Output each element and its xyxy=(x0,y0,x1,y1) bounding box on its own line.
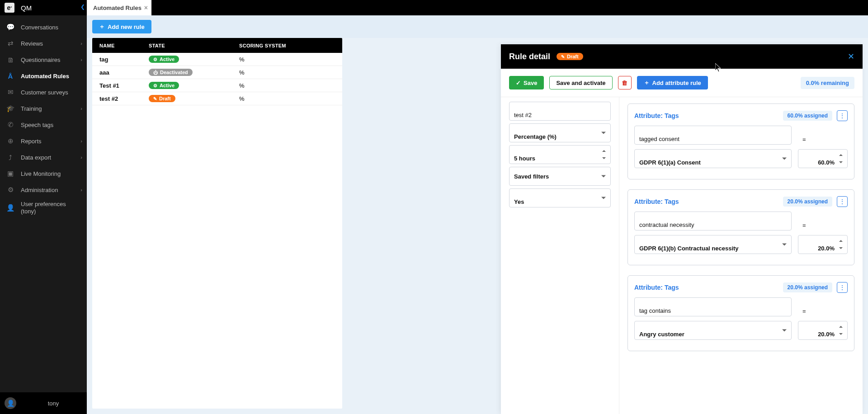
detail-actions: ✓ Save Save and activate 🗑 ＋ Add attribu… xyxy=(501,69,863,97)
nav-label: Speech tags xyxy=(21,122,53,128)
sidebar-header: e° QM ❮ xyxy=(0,0,87,15)
attr-tag-select[interactable]: Angry customer xyxy=(634,321,792,340)
status-badge: ✎Draft xyxy=(557,53,583,60)
attr-score-input[interactable]: 60.0% xyxy=(798,149,848,168)
detail-body: Rule name test #2 Scoring system Percent… xyxy=(501,97,863,414)
card-menu-button[interactable]: ⋮ xyxy=(837,196,848,207)
nav-label: Automated Rules xyxy=(21,73,69,80)
plus-icon: ＋ xyxy=(644,79,650,87)
card-menu-button[interactable]: ⋮ xyxy=(837,110,848,121)
attr-score-input[interactable]: 20.0% xyxy=(798,321,848,340)
state-badge: ⚙Active xyxy=(149,82,179,89)
nav-reviews[interactable]: ⇄ Reviews › xyxy=(0,35,87,52)
save-activate-button[interactable]: Save and activate xyxy=(549,76,612,89)
table-row[interactable]: Test #1 ⚙Active % xyxy=(92,79,342,92)
attribute-card: Attribute: Tags 20.0% assigned ⋮ Name ta… xyxy=(627,275,854,351)
detail-title: Rule detail xyxy=(509,52,550,61)
sidebar: e° QM ❮ 💬 Conversations ⇄ Reviews › 🗎 Qu… xyxy=(0,0,87,414)
attr-score-input[interactable]: 20.0% xyxy=(798,235,848,254)
attr-name-input[interactable]: tagged consent xyxy=(634,126,792,145)
attr-operator-input[interactable]: = xyxy=(798,297,848,316)
rules-icon: Å xyxy=(6,72,14,80)
nav-user-preferences[interactable]: 👤 User preferences (tony) xyxy=(0,198,87,218)
nav-customer-surveys[interactable]: ✉ Customer surveys xyxy=(0,84,87,100)
add-new-rule-button[interactable]: ＋ Add new rule xyxy=(92,20,151,33)
attribute-list: Attribute: Tags 60.0% assigned ⋮ Name ta… xyxy=(619,97,863,414)
nav-data-export[interactable]: ⤴ Data export › xyxy=(0,149,87,165)
footer-username: tony xyxy=(24,400,82,407)
save-button[interactable]: ✓ Save xyxy=(509,76,544,89)
nav-live-monitoring[interactable]: ▣ Live Monitoring xyxy=(0,165,87,182)
nav-automated-rules[interactable]: Å Automated Rules xyxy=(0,68,87,84)
delete-button[interactable]: 🗑 xyxy=(618,76,632,89)
close-panel-button[interactable]: ✕ xyxy=(848,52,854,61)
button-label: Add new rule xyxy=(108,24,145,30)
button-label: Save xyxy=(524,80,537,86)
reveal-results-select[interactable]: Yes xyxy=(509,188,611,207)
delay-period-input[interactable]: 5 hours xyxy=(509,145,611,164)
col-score-header[interactable]: SCORING SYSTEM xyxy=(239,43,342,48)
add-attribute-button[interactable]: ＋ Add attribute rule xyxy=(637,76,708,89)
chevron-right-icon: › xyxy=(80,57,82,62)
attr-name-input[interactable]: tag contains xyxy=(634,297,792,316)
chevron-right-icon: › xyxy=(80,138,82,144)
topbar: Automated Rules × xyxy=(87,0,868,15)
nav-label: Questionnaires xyxy=(21,56,60,63)
col-state-header[interactable]: STATE xyxy=(149,43,239,48)
nav-questionnaires[interactable]: 🗎 Questionnaires › xyxy=(0,52,87,68)
rule-detail-panel: Rule detail ✎Draft ✕ ✓ Save Save and act… xyxy=(501,44,863,414)
assigned-badge: 20.0% assigned xyxy=(783,197,832,207)
nav: 💬 Conversations ⇄ Reviews › 🗎 Questionna… xyxy=(0,15,87,392)
survey-icon: ✉ xyxy=(6,88,14,96)
attribute-card: Attribute: Tags 20.0% assigned ⋮ Name co… xyxy=(627,189,854,265)
nav-conversations[interactable]: 💬 Conversations xyxy=(0,19,87,35)
rule-name-input[interactable]: test #2 xyxy=(509,102,611,121)
avatar[interactable]: 👤 xyxy=(5,397,16,409)
table-row[interactable]: tag ⚙Active % xyxy=(92,53,342,66)
nav-label: User preferences (tony) xyxy=(21,201,80,215)
attr-tag-select[interactable]: GDPR 6(1)(a) Consent xyxy=(634,149,792,168)
table-row[interactable]: aaa ⏻Deactivated % xyxy=(92,66,342,79)
collapse-sidebar-icon[interactable]: ❮ xyxy=(80,4,85,10)
scoring-system-select[interactable]: Percentage (%) xyxy=(509,123,611,142)
plus-icon: ＋ xyxy=(99,23,105,31)
nav-label: Conversations xyxy=(21,24,58,31)
attribute-title: Attribute: Tags xyxy=(634,198,679,205)
document-icon: 🗎 xyxy=(6,56,14,64)
state-badge: ⏻Deactivated xyxy=(149,69,193,76)
training-icon: 🎓 xyxy=(6,104,14,113)
button-label: Add attribute rule xyxy=(652,80,701,86)
pencil-icon: ✎ xyxy=(153,96,157,101)
swap-icon: ⇄ xyxy=(6,39,14,47)
attr-operator-input[interactable]: = xyxy=(798,212,848,231)
nav-label: Customer surveys xyxy=(21,89,68,96)
close-icon[interactable]: × xyxy=(144,4,148,11)
nav-label: Training xyxy=(21,105,42,112)
detail-header: Rule detail ✎Draft ✕ xyxy=(501,44,863,69)
attr-name-input[interactable]: contractual necessity xyxy=(634,212,792,231)
chevron-right-icon: › xyxy=(80,41,82,46)
nav-administration[interactable]: ⚙ Administration › xyxy=(0,182,87,198)
table-header: NAME STATE SCORING SYSTEM xyxy=(92,38,342,53)
trash-icon: 🗑 xyxy=(622,80,627,86)
monitor-icon: ▣ xyxy=(6,169,14,178)
tab-automated-rules[interactable]: Automated Rules × xyxy=(87,0,151,15)
user-icon: 👤 xyxy=(6,204,14,212)
nav-speech-tags[interactable]: ✆ Speech tags xyxy=(0,117,87,133)
nav-reports[interactable]: ⊕ Reports › xyxy=(0,133,87,149)
upload-icon: ⤴ xyxy=(6,154,14,161)
chat-icon: 💬 xyxy=(6,23,14,31)
table-row[interactable]: test #2 ✎Draft % xyxy=(92,92,342,105)
nav-training[interactable]: 🎓 Training › xyxy=(0,100,87,117)
col-name-header[interactable]: NAME xyxy=(92,43,149,48)
card-menu-button[interactable]: ⋮ xyxy=(837,282,848,293)
attr-tag-select[interactable]: GDPR 6(1)(b) Contractual necessity xyxy=(634,235,792,254)
saved-filters-select[interactable]: Saved filters xyxy=(509,167,611,186)
attribute-card: Attribute: Tags 60.0% assigned ⋮ Name ta… xyxy=(627,104,854,179)
nav-label: Data export xyxy=(21,154,51,161)
rules-table: NAME STATE SCORING SYSTEM tag ⚙Active % … xyxy=(92,38,342,409)
nav-label: Reviews xyxy=(21,40,43,47)
toolbar: ＋ Add new rule xyxy=(87,15,868,38)
state-badge: ⚙Active xyxy=(149,56,179,63)
attr-operator-input[interactable]: = xyxy=(798,126,848,145)
